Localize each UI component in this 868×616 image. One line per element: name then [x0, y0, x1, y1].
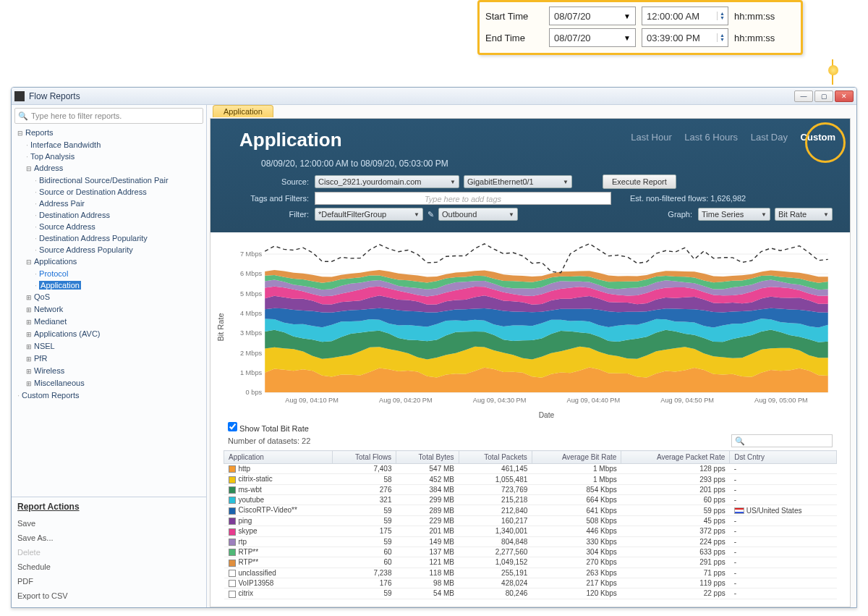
tree-item[interactable]: Destination Address: [39, 211, 110, 219]
source-interface-dropdown[interactable]: GigabitEthernet0/1▼: [464, 175, 572, 188]
tree-root[interactable]: Reports: [25, 128, 54, 137]
col-header[interactable]: Total Packets: [459, 451, 532, 464]
time-range-picker: Start Time 08/07/20▼ 12:00:00 AM▲▼ hh:mm…: [477, 0, 803, 55]
series-swatch: [229, 580, 236, 587]
dataset-count: Number of datasets: 22: [228, 436, 310, 445]
svg-text:Date: Date: [539, 411, 555, 419]
action-schedule[interactable]: Schedule: [17, 560, 200, 574]
table-row[interactable]: RTP**60137 MB2,277,560304 Kbps633 pps-: [224, 547, 837, 557]
annotation-dot: [828, 65, 838, 75]
tree-item[interactable]: Wireless: [34, 366, 64, 375]
series-swatch: [229, 591, 236, 598]
date-range-text: 08/09/20, 12:00:00 AM to 08/09/20, 05:03…: [239, 159, 833, 169]
action-delete[interactable]: Delete: [17, 545, 200, 560]
link-last-day[interactable]: Last Day: [751, 132, 788, 143]
spinner-icon[interactable]: ▲▼: [717, 33, 725, 42]
col-header[interactable]: Total Flows: [332, 451, 396, 464]
spinner-icon[interactable]: ▲▼: [717, 12, 725, 20]
col-header[interactable]: Application: [224, 451, 333, 464]
maximize-button[interactable]: ▢: [814, 90, 833, 102]
table-row[interactable]: http7,403547 MB461,1451 Mbps128 pps-: [224, 464, 837, 474]
est-flows-text: Est. non-filtered flows: 1,626,982: [630, 194, 746, 203]
show-total-cb[interactable]: [228, 422, 237, 431]
tree-item[interactable]: NSEL: [34, 342, 55, 350]
tree-item[interactable]: Source or Destination Address: [39, 187, 147, 196]
col-header[interactable]: Average Bit Rate: [532, 451, 621, 464]
report-filter-input[interactable]: 🔍 Type here to filter reports.: [14, 108, 203, 124]
tree-item-address[interactable]: Address: [34, 164, 63, 172]
tree-item-applications[interactable]: Applications: [34, 257, 77, 266]
action-export-to-csv[interactable]: Export to CSV: [17, 588, 200, 603]
report-actions-title: Report Actions: [17, 502, 200, 512]
close-button[interactable]: ✕: [835, 90, 854, 102]
table-row[interactable]: RTP**60121 MB1,049,152270 Kbps291 pps-: [224, 557, 837, 568]
report-tree[interactable]: Reports Interface Bandwidth Top Analysis…: [12, 127, 206, 497]
tree-item-application[interactable]: Application: [39, 281, 81, 290]
direction-dropdown[interactable]: Outbound▼: [438, 208, 518, 221]
dataset-search[interactable]: 🔍: [731, 434, 833, 447]
tree-item[interactable]: Source Address: [39, 222, 95, 231]
col-header[interactable]: Average Packet Rate: [621, 451, 730, 464]
tab-application[interactable]: Application: [213, 105, 273, 117]
action-save[interactable]: Save: [17, 516, 200, 531]
svg-text:6 Mbps: 6 Mbps: [240, 270, 263, 277]
tags-input[interactable]: Type here to add tags: [315, 192, 611, 205]
tree-item[interactable]: PfR: [34, 354, 47, 363]
start-time-input[interactable]: 12:00:00 AM▲▼: [642, 7, 728, 25]
filter-edit-icon[interactable]: ✎: [427, 210, 434, 219]
chart-ylabel: Bit Rate: [216, 313, 225, 341]
show-total-checkbox[interactable]: Show Total Bit Rate: [228, 422, 850, 433]
filter-group-dropdown[interactable]: *DefaultFilterGroup▼: [315, 208, 423, 221]
tree-item[interactable]: Medianet: [34, 317, 67, 326]
end-time-input[interactable]: 03:39:00 PM▲▼: [642, 28, 728, 47]
execute-report-button[interactable]: Execute Report: [603, 174, 676, 189]
series-swatch: [229, 549, 236, 556]
action-save-as-[interactable]: Save As...: [17, 531, 200, 545]
graph-type-dropdown[interactable]: Time Series▼: [698, 208, 770, 221]
link-last-6h[interactable]: Last 6 Hours: [684, 132, 738, 143]
link-custom[interactable]: Custom: [801, 132, 835, 143]
table-row[interactable]: youtube321299 MB215,218664 Kbps60 pps-: [224, 495, 837, 505]
start-time-label: Start Time: [485, 11, 543, 22]
tree-item[interactable]: Interface Bandwidth: [30, 140, 101, 149]
series-swatch: [229, 486, 236, 494]
tree-item[interactable]: Destination Address Popularity: [39, 234, 148, 242]
table-row[interactable]: skype175201 MB1,340,001446 Kbps372 pps-: [224, 526, 837, 536]
table-row[interactable]: unclassified7,238118 MB255,191263 Kbps71…: [224, 568, 837, 578]
tree-item[interactable]: Source Address Popularity: [39, 245, 133, 254]
source-device-dropdown[interactable]: Cisco_2921.yourdomain.com▼: [315, 175, 459, 188]
table-row[interactable]: ms-wbt276384 MB723,769854 Kbps201 pps-: [224, 484, 837, 494]
table-row[interactable]: citrix5954 MB80,246120 Kbps22 pps-: [224, 588, 837, 599]
tree-item-protocol[interactable]: Protocol: [39, 269, 68, 278]
tree-item-custom-reports[interactable]: Custom Reports: [22, 391, 79, 400]
series-swatch: [229, 497, 236, 504]
tree-item[interactable]: Applications (AVC): [34, 329, 101, 338]
tree-item[interactable]: Address Pair: [39, 199, 85, 208]
graph-metric-dropdown[interactable]: Bit Rate▼: [775, 208, 833, 221]
col-header[interactable]: Total Bytes: [396, 451, 459, 464]
link-last-hour[interactable]: Last Hour: [631, 132, 671, 143]
table-row[interactable]: VoIP1395817698 MB428,024217 Kbps119 pps-: [224, 578, 837, 588]
tree-item[interactable]: Miscellaneous: [34, 379, 85, 387]
start-date-input[interactable]: 08/07/20▼: [549, 7, 636, 25]
svg-text:7 Mbps: 7 Mbps: [240, 250, 263, 258]
application-table[interactable]: ApplicationTotal FlowsTotal BytesTotal P…: [224, 450, 837, 599]
table-row[interactable]: rtp59149 MB804,848330 Kbps224 pps-: [224, 536, 837, 547]
tree-item[interactable]: Network: [34, 305, 63, 313]
tree-item[interactable]: Top Analysis: [30, 152, 75, 161]
table-row[interactable]: ping59229 MB160,217508 Kbps45 pps-: [224, 515, 837, 526]
series-swatch: [229, 465, 236, 473]
table-row[interactable]: citrix-static58452 MB1,055,4811 Mbps293 …: [224, 474, 837, 484]
end-date-input[interactable]: 08/07/20▼: [549, 28, 636, 47]
chevron-down-icon: ▼: [624, 34, 631, 42]
svg-text:Aug 09, 04:50 PM: Aug 09, 04:50 PM: [660, 397, 714, 404]
series-swatch: [229, 528, 236, 536]
time-range-links: Last Hour Last 6 Hours Last Day Custom: [621, 132, 835, 143]
action-pdf[interactable]: PDF: [17, 574, 200, 588]
minimize-button[interactable]: —: [794, 90, 813, 102]
tree-item[interactable]: Bidirectional Source/Destination Pair: [39, 176, 169, 185]
window-titlebar[interactable]: Flow Reports — ▢ ✕: [12, 88, 856, 105]
col-header[interactable]: Dst Cntry: [730, 451, 837, 464]
table-row[interactable]: CiscoRTP-Video**59289 MB212,840641 Kbps5…: [224, 505, 837, 515]
tree-item[interactable]: QoS: [34, 292, 50, 301]
